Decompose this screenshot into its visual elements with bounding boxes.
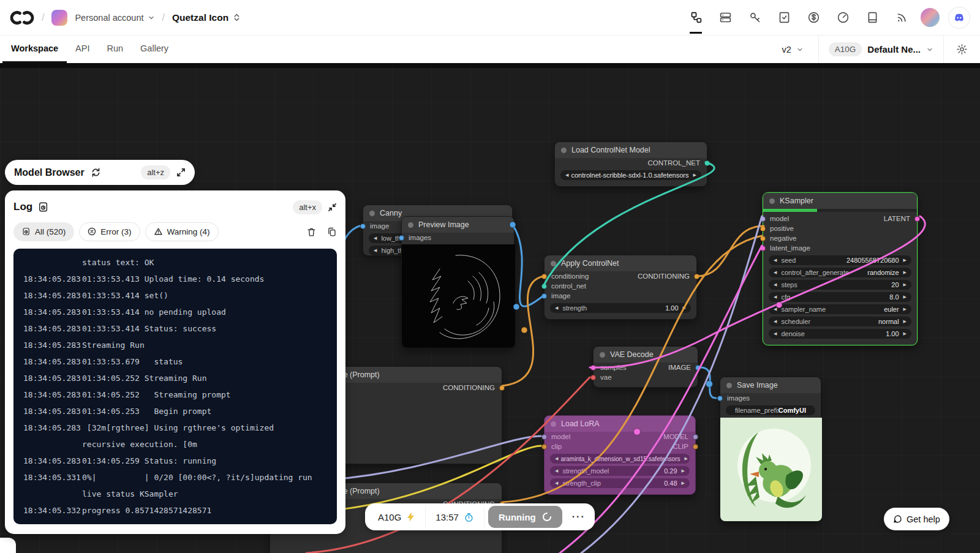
billing-icon[interactable]	[803, 7, 824, 28]
spinner-icon	[542, 512, 552, 522]
port-model-in[interactable]: model	[763, 214, 789, 224]
model-browser-panel[interactable]: Model Browser alt+z	[5, 160, 195, 185]
comfydeploy-logo[interactable]	[10, 10, 34, 26]
account-selector[interactable]: Personal account	[75, 13, 154, 23]
widget-controlnet-name[interactable]: ◀controlnet-scribble-sdxl-1.0.safetensor…	[560, 170, 701, 180]
hidden-panel-corner	[0, 538, 16, 553]
get-help-button[interactable]: Get help	[884, 508, 949, 530]
collapse-dot[interactable]	[369, 211, 375, 216]
gear-icon	[956, 43, 968, 55]
tab-gallery[interactable]: Gallery	[132, 36, 177, 63]
widget-seed[interactable]: ◀seed24805568720680▶	[769, 255, 911, 265]
filter-warning[interactable]: Warning (4)	[145, 222, 219, 241]
canny-edge-preview	[402, 244, 515, 348]
collapse-dot[interactable]	[408, 222, 413, 228]
project-selector[interactable]: Quetzal Icon	[172, 12, 241, 23]
node-load-controlnet[interactable]: Load ControlNet Model CONTROL_NET ◀contr…	[554, 141, 707, 187]
collapse-dot[interactable]	[769, 198, 775, 204]
discord-button[interactable]	[948, 7, 970, 29]
docs-check-icon[interactable]	[774, 7, 794, 28]
filter-error[interactable]: Error (3)	[79, 222, 140, 241]
chat-bubble-icon	[893, 514, 902, 524]
tab-run[interactable]: Run	[98, 36, 132, 63]
port-positive-in[interactable]: positive	[763, 224, 794, 233]
node-ksampler[interactable]: KSampler model LATENT positive negative …	[763, 192, 918, 345]
expand-icon[interactable]	[176, 168, 186, 177]
warning-icon	[154, 227, 163, 236]
collapse-icon[interactable]	[328, 203, 337, 212]
machine-selector[interactable]: A10G Default Ne...	[818, 36, 943, 63]
port-latent-image-in[interactable]: latent_image	[763, 243, 810, 253]
widget-strength-model[interactable]: ◀strength_model0.29▶	[550, 466, 690, 476]
widget-steps[interactable]: ◀steps20▶	[769, 280, 911, 290]
chevron-down-icon	[796, 46, 804, 53]
node-save-image[interactable]: Save Image images filename_prefixComfyUI	[720, 377, 821, 522]
widget-cfg[interactable]: ◀cfg8.0▶	[769, 292, 911, 302]
version-selector[interactable]: v2	[767, 36, 818, 63]
widget-filename-prefix[interactable]: filename_prefixComfyUI	[726, 405, 815, 415]
node-title: Preview Image	[418, 220, 469, 229]
widget-strength[interactable]: ◀strength1.00▶	[550, 303, 691, 313]
port-image-out[interactable]: IMAGE	[668, 363, 698, 372]
port-image-in[interactable]: image	[363, 221, 389, 231]
filter-all[interactable]: All (520)	[13, 222, 74, 241]
copy-log-icon[interactable]	[326, 227, 337, 237]
workflows-icon[interactable]	[685, 7, 706, 28]
error-icon	[88, 227, 96, 236]
port-vae-in[interactable]: vae	[594, 372, 612, 382]
tab-workspace[interactable]: Workspace	[2, 36, 67, 63]
usage-gauge-icon[interactable]	[832, 7, 853, 28]
widget-strength-clip[interactable]: ◀strength_clip0.48▶	[550, 478, 690, 488]
port-images-in[interactable]: images	[720, 393, 750, 403]
widget-sampler-name[interactable]: ◀sampler_nameeuler▶	[769, 304, 911, 314]
collapse-dot[interactable]	[551, 421, 556, 427]
port-samples-in[interactable]: samples	[594, 363, 627, 372]
running-button[interactable]: Running	[488, 506, 562, 528]
port-conditioning-out[interactable]: CONDITIONING	[638, 271, 696, 281]
api-keys-icon[interactable]	[744, 7, 765, 28]
node-title: Canny	[380, 209, 402, 217]
gpu-button[interactable]: A10G	[368, 506, 426, 528]
tab-api[interactable]: API	[67, 36, 98, 63]
chevron-down-icon	[148, 14, 155, 21]
node-vae-decode[interactable]: VAE Decode samples IMAGE vae	[593, 346, 698, 388]
node-apply-controlnet[interactable]: Apply ControlNet conditioning CONDITIONI…	[544, 255, 697, 320]
widget-denoise[interactable]: ◀denoise1.00▶	[769, 329, 911, 339]
port-conditioning-out[interactable]: CONDITIONING	[443, 383, 502, 393]
node-preview-image[interactable]: Preview Image images	[401, 216, 514, 348]
workspace-avatar[interactable]	[51, 10, 67, 26]
feed-rss-icon[interactable]	[891, 7, 912, 28]
widget-control-after-generate[interactable]: ◀control_after_generaterandomize▶	[769, 268, 911, 277]
widget-scheduler[interactable]: ◀schedulernormal▶	[769, 317, 911, 326]
collapse-dot[interactable]	[561, 148, 567, 153]
port-controlnet-out[interactable]: CONTROL_NET	[647, 158, 707, 168]
timer-button[interactable]: 13:57	[426, 506, 484, 528]
node-load-lora[interactable]: Load LoRA model MODEL clip CLIP ◀aramint…	[544, 415, 696, 495]
port-images-in[interactable]: images	[402, 233, 431, 243]
port-model-in[interactable]: model	[545, 432, 570, 442]
port-clip-in[interactable]: clip	[545, 442, 562, 451]
collapse-dot[interactable]	[551, 261, 556, 266]
collapse-dot[interactable]	[726, 383, 732, 388]
settings-button[interactable]	[943, 36, 980, 63]
port-latent-out[interactable]: LATENT	[884, 214, 917, 224]
refresh-icon[interactable]	[91, 167, 101, 178]
log-entry: 18:34:05.332progress 0.8571428571428571	[13, 502, 337, 519]
port-clip-out[interactable]: CLIP	[673, 442, 695, 451]
port-controlnet-in[interactable]: control_net	[545, 281, 586, 291]
collapse-dot[interactable]	[600, 352, 605, 358]
log-entry: 18:34:05.283Streaming Run	[13, 337, 337, 353]
more-options-button[interactable]: ···	[566, 506, 592, 528]
log-entry: status text: OK	[13, 254, 337, 271]
clear-log-trash-icon[interactable]	[306, 227, 317, 237]
port-image-in[interactable]: image	[545, 291, 570, 301]
port-conditioning-in[interactable]: conditioning	[545, 271, 589, 281]
docs-book-icon[interactable]	[862, 7, 883, 28]
log-output[interactable]: status text: OK 18:34:05.28301:33:53.413…	[13, 249, 337, 524]
port-negative-in[interactable]: negative	[763, 233, 796, 243]
machines-icon[interactable]	[715, 7, 736, 28]
user-avatar[interactable]	[921, 8, 940, 27]
widget-lora-name[interactable]: ◀araminta_k_dimension_w_sd15.safetensors…	[550, 454, 690, 464]
port-model-out[interactable]: MODEL	[663, 432, 695, 442]
node-title: Load ControlNet Model	[571, 146, 650, 154]
